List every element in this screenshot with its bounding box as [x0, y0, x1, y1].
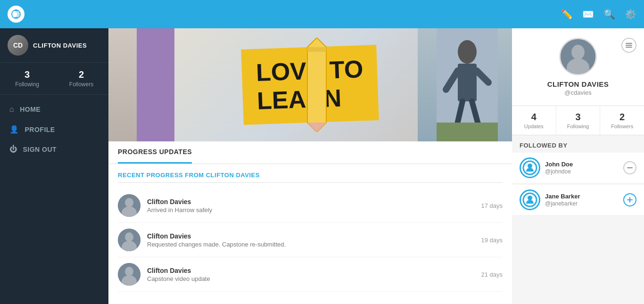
sidebar-item-home-label: HOME: [20, 106, 41, 113]
progress-section: PROGRESS UPDATES RECENT PROGRESS FROM CL…: [108, 141, 512, 304]
progress-desc-0: Arrived in Harrow safely: [147, 206, 474, 214]
right-stat-updates[interactable]: 4 Updates: [512, 106, 556, 135]
right-profile-avatar: [559, 38, 597, 75]
sidebar-item-signout[interactable]: ⏻ SIGN OUT: [0, 140, 108, 159]
sidebar-item-signout-label: SIGN OUT: [23, 146, 57, 153]
mail-icon[interactable]: ✉️: [582, 8, 594, 20]
sidebar-nav: ⌂ HOME 👤 PROFILE ⏻ SIGN OUT: [0, 95, 108, 164]
svg-point-7: [458, 40, 477, 64]
content-area: LOVE to LEARN: [108, 28, 512, 304]
sidebar: CD CLIFTON DAVIES 3 Following 2 Follower…: [0, 28, 108, 304]
progress-avatar-1: [118, 229, 140, 251]
svg-marker-4: [307, 123, 326, 132]
sidebar-avatar: CD: [8, 35, 28, 56]
following-label: Following: [4, 81, 50, 88]
follower-handle-1: @janebarker: [545, 200, 619, 207]
progress-desc-1: Requested changes made. Capstone re-subm…: [147, 241, 474, 248]
progress-content: RECENT PROGRESS FROM CLIFTON DAVIES Clif…: [108, 164, 512, 299]
banner: LOVE to LEARN: [108, 28, 512, 141]
follower-handle-0: @johndoe: [545, 168, 619, 175]
progress-time-2: 21 days: [481, 271, 503, 278]
svg-rect-5: [307, 47, 326, 52]
following-count: 3: [4, 69, 50, 80]
follower-item-1: Jane Barker @janebarker: [512, 185, 644, 215]
search-icon[interactable]: 🔍: [603, 8, 615, 20]
sidebar-item-profile-label: PROFILE: [25, 126, 55, 133]
right-panel: CLIFTON DAVIES @cdavies 4 Updates 3 Foll…: [512, 28, 644, 304]
right-stat-following[interactable]: 3 Following: [556, 106, 601, 135]
logo-icon: [8, 6, 25, 23]
svg-point-23: [125, 267, 133, 276]
follower-info-0: John Doe @johndoe: [545, 161, 619, 175]
right-profile-section: CLIFTON DAVIES @cdavies: [512, 28, 644, 106]
sidebar-user: CD CLIFTON DAVIES: [0, 28, 108, 63]
right-profile-handle: @cdavies: [564, 89, 591, 96]
progress-avatar-0: [118, 194, 140, 217]
progress-desc-2: Capstone video update: [147, 275, 474, 282]
svg-rect-30: [626, 47, 632, 48]
follower-info-1: Jane Barker @janebarker: [545, 193, 619, 207]
right-profile-menu-button[interactable]: [621, 38, 636, 53]
followers-count: 2: [58, 69, 105, 80]
progress-info-1: Clifton Davies Requested changes made. C…: [147, 232, 474, 248]
right-stats: 4 Updates 3 Following 2 Followers: [512, 106, 644, 135]
right-following-label: Following: [558, 123, 598, 129]
sidebar-stat-following[interactable]: 3 Following: [0, 63, 54, 94]
main-layout: CD CLIFTON DAVIES 3 Following 2 Follower…: [0, 28, 644, 304]
progress-avatar-2: [118, 263, 140, 286]
follower-avatar-0: [520, 157, 540, 178]
banner-person: [437, 28, 498, 141]
followed-by-title: FOLLOWED BY: [512, 135, 644, 153]
avatar-placeholder: CD: [8, 35, 28, 56]
right-followers-count: 2: [602, 112, 642, 123]
signout-icon: ⏻: [9, 145, 17, 154]
svg-point-20: [125, 232, 133, 242]
progress-item-2: Clifton Davies Capstone video update 21 …: [118, 257, 503, 292]
right-stat-followers[interactable]: 2 Followers: [600, 106, 644, 135]
follower-name-1: Jane Barker: [545, 193, 619, 200]
svg-point-26: [571, 45, 585, 59]
sidebar-username: CLIFTON DAVIES: [33, 42, 87, 49]
follower-avatar-1: [520, 189, 540, 210]
sidebar-item-home[interactable]: ⌂ HOME: [0, 99, 108, 119]
recent-progress-title: RECENT PROGRESS FROM CLIFTON DAVIES: [118, 172, 503, 183]
follower-item-0: John Doe @johndoe: [512, 153, 644, 183]
svg-point-2: [15, 11, 20, 17]
progress-name-2: Clifton Davies: [147, 267, 474, 274]
progress-time-0: 17 days: [481, 202, 503, 209]
edit-icon[interactable]: ✏️: [561, 8, 573, 20]
top-nav-icons: ✏️ ✉️ 🔍 ⚙️: [561, 8, 636, 20]
settings-icon[interactable]: ⚙️: [625, 8, 636, 20]
svg-rect-29: [626, 45, 632, 46]
logo: [8, 6, 25, 23]
right-profile-name: CLIFTON DAVIES: [547, 80, 609, 88]
svg-rect-28: [626, 43, 632, 44]
profile-icon: 👤: [9, 125, 19, 134]
svg-point-17: [125, 198, 133, 207]
svg-rect-15: [437, 123, 498, 141]
sidebar-stat-followers[interactable]: 2 Followers: [54, 63, 108, 94]
svg-point-32: [528, 164, 532, 168]
follower-action-remove-0[interactable]: [623, 161, 636, 174]
updates-label: Updates: [514, 123, 554, 129]
sidebar-stats: 3 Following 2 Followers: [0, 63, 108, 95]
right-following-count: 3: [558, 112, 598, 123]
progress-name-0: Clifton Davies: [147, 198, 474, 205]
progress-item-1: Clifton Davies Requested changes made. C…: [118, 223, 503, 257]
svg-point-35: [528, 196, 532, 200]
progress-info-2: Clifton Davies Capstone video update: [147, 267, 474, 282]
progress-tab-bar: PROGRESS UPDATES: [108, 141, 512, 164]
progress-time-1: 19 days: [481, 237, 503, 244]
follower-action-add-1[interactable]: [623, 193, 636, 206]
right-followers-label: Followers: [602, 123, 642, 129]
home-icon: ⌂: [9, 105, 14, 114]
progress-item-0: Clifton Davies Arrived in Harrow safely …: [118, 189, 503, 223]
sidebar-item-profile[interactable]: 👤 PROFILE: [0, 119, 108, 140]
updates-count: 4: [514, 112, 554, 123]
progress-info-0: Clifton Davies Arrived in Harrow safely: [147, 198, 474, 214]
followers-label: Followers: [58, 81, 105, 88]
pencil-icon: [303, 38, 331, 132]
progress-tab[interactable]: PROGRESS UPDATES: [118, 141, 192, 164]
top-navbar: ✏️ ✉️ 🔍 ⚙️: [0, 0, 644, 28]
progress-name-1: Clifton Davies: [147, 232, 474, 240]
